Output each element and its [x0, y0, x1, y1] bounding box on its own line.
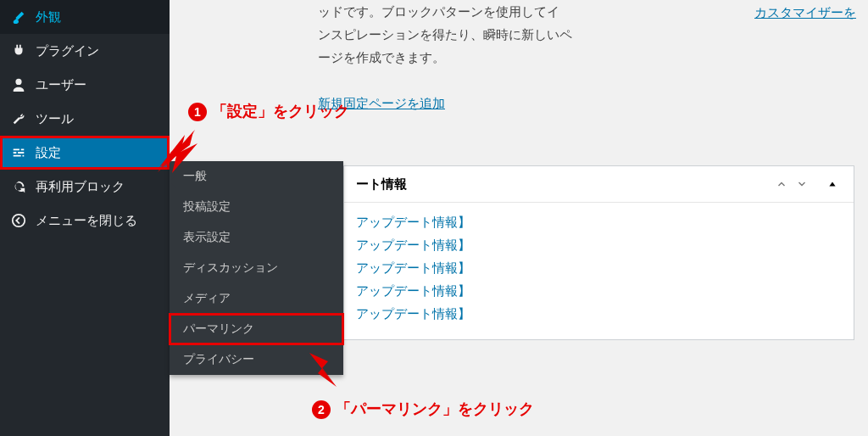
sidebar-item-users[interactable]: ユーザー [0, 68, 170, 102]
chevron-down-icon[interactable] [793, 175, 811, 193]
update-link[interactable]: アップデート情報】 [356, 234, 842, 257]
submenu-item-general[interactable]: 一般 [170, 161, 343, 192]
sidebar-item-label: 外観 [36, 9, 61, 25]
sidebar-item-label: プラグイン [36, 43, 99, 59]
submenu-item-reading[interactable]: 表示設定 [170, 222, 343, 253]
sidebar-item-label: 設定 [36, 145, 61, 161]
sidebar-item-collapse[interactable]: メニューを閉じる [0, 204, 170, 238]
sidebar-item-label: メニューを閉じる [36, 213, 137, 229]
sidebar-item-tools[interactable]: ツール [0, 102, 170, 136]
submenu-item-media[interactable]: メディア [170, 283, 343, 314]
admin-sidebar: 外観 プラグイン ユーザー ツール 設定 [0, 0, 170, 436]
submenu-item-permalinks[interactable]: パーマリンク [170, 314, 343, 344]
sliders-icon [10, 144, 27, 161]
wrench-icon [10, 110, 27, 127]
welcome-panel-text: ッドです。ブロックパターンを使用してイ ンスピレーションを得たり、瞬時に新しいペ… [318, 0, 682, 115]
settings-submenu: 一般 投稿設定 表示設定 ディスカッション メディア パーマリンク プライバシー [170, 161, 343, 375]
collapse-icon [10, 212, 27, 229]
customizer-link[interactable]: カスタマイザーを [754, 5, 856, 21]
sidebar-item-label: 再利用ブロック [36, 179, 125, 195]
chevron-up-icon[interactable] [772, 175, 791, 193]
panel-title: ート情報 [356, 176, 407, 193]
plug-icon [10, 42, 27, 59]
reload-icon [10, 178, 27, 195]
update-link[interactable]: アップデート情報】 [356, 303, 842, 326]
caret-up-icon[interactable] [823, 175, 842, 193]
sidebar-item-label: ツール [36, 111, 74, 127]
submenu-item-privacy[interactable]: プライバシー [170, 344, 343, 375]
user-icon [10, 76, 27, 93]
svg-point-0 [13, 215, 25, 226]
sidebar-item-appearance[interactable]: 外観 [0, 0, 170, 34]
sidebar-item-settings[interactable]: 設定 [0, 136, 170, 170]
sidebar-item-label: ユーザー [36, 77, 86, 93]
add-new-page-link[interactable]: 新規固定ページを追加 [318, 96, 445, 110]
brush-icon [10, 8, 27, 25]
submenu-item-discussion[interactable]: ディスカッション [170, 253, 343, 283]
panel-body: アップデート情報】 アップデート情報】 アップデート情報】 アップデート情報】 … [344, 203, 854, 339]
update-link[interactable]: アップデート情報】 [356, 211, 842, 234]
update-link[interactable]: アップデート情報】 [356, 257, 842, 280]
panel-header: ート情報 [344, 166, 854, 203]
sidebar-item-plugins[interactable]: プラグイン [0, 34, 170, 68]
sidebar-item-reusable-blocks[interactable]: 再利用ブロック [0, 170, 170, 204]
submenu-item-writing[interactable]: 投稿設定 [170, 192, 343, 222]
update-info-panel: ート情報 アップデート情報】 アップデート情報】 アップデート情報】 アップデー… [343, 165, 854, 340]
update-link[interactable]: アップデート情報】 [356, 280, 842, 303]
